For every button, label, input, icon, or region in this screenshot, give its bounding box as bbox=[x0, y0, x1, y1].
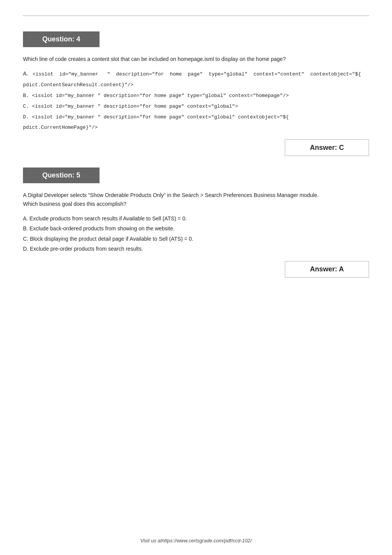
question-5-option-d: D. Exclude pre-order products from searc… bbox=[23, 245, 369, 253]
page-container: Question: 4 Which line of code creates a… bbox=[0, 0, 392, 320]
question-4-options: A. <isslot id="my_banner " description="… bbox=[23, 69, 369, 132]
question-5-option-c: C. Block displaying the product detail p… bbox=[23, 235, 369, 243]
question-4-option-d-cont: pdict.CurrentHomePage}"/> bbox=[23, 123, 369, 132]
question-5-answer-box: Answer: A bbox=[285, 261, 369, 278]
question-5-header: Question: 5 bbox=[23, 167, 100, 183]
top-border bbox=[23, 15, 369, 16]
question-4-text: Which line of code creates a content slo… bbox=[23, 55, 369, 63]
question-5-options: A. Exclude products from search results … bbox=[23, 214, 369, 253]
question-4-option-b: B. <isslot id="my_banner " description="… bbox=[23, 91, 369, 100]
page-footer: Visit us athttps://www.certsgrade.com/pd… bbox=[0, 538, 392, 544]
question-4-option-a: A. <isslot id="my_banner " description="… bbox=[23, 69, 369, 79]
question-5-block: Question: 5 A Digital Developer selects … bbox=[23, 167, 369, 277]
question-4-header: Question: 4 bbox=[23, 31, 100, 47]
question-4-answer-box: Answer: C bbox=[285, 140, 369, 156]
question-4-answer-container: Answer: C bbox=[23, 140, 369, 156]
question-4-option-c: C. <isslot id="my_banner " description="… bbox=[23, 102, 369, 111]
question-4-option-a-cont: pdict.ContentSearchResult.content}"/> bbox=[23, 80, 369, 89]
question-5-option-b: B. Exclude back-ordered products from sh… bbox=[23, 224, 369, 233]
question-5-option-a: A. Exclude products from search results … bbox=[23, 214, 369, 223]
question-5-answer-container: Answer: A bbox=[23, 261, 369, 278]
question-4-option-d: D. <isslot id="my_banner " description="… bbox=[23, 112, 369, 122]
question-4-block: Question: 4 Which line of code creates a… bbox=[23, 31, 369, 156]
option-a-text: A. <isslot id="my_banner " description="… bbox=[23, 71, 361, 77]
question-5-text-1: A Digital Developer selects “Show Ordera… bbox=[23, 191, 369, 208]
